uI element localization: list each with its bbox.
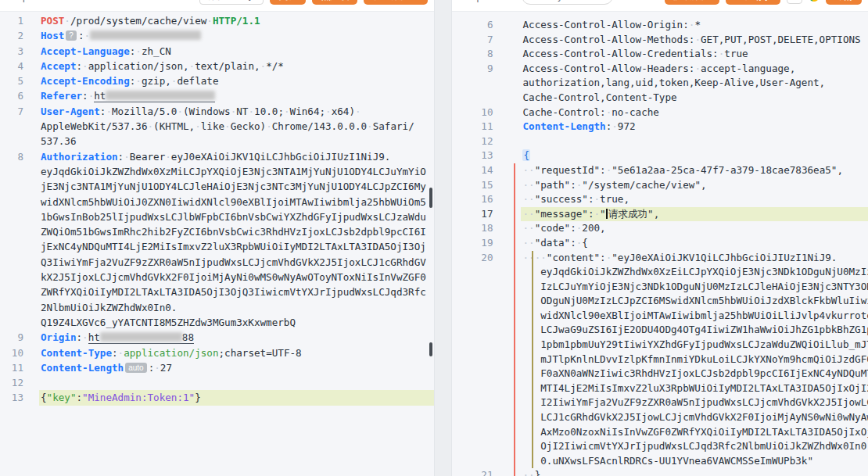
code-line[interactable]: 6Access-Control-Allow-Origin:·* bbox=[452, 18, 868, 33]
code-line[interactable]: 7User-Agent:·Mozilla/5.0·(Windows·NT·10.… bbox=[0, 104, 434, 119]
code-token: : bbox=[77, 60, 83, 72]
code-line[interactable]: 2Host?:· bbox=[0, 28, 434, 43]
code-line[interactable]: 12 bbox=[452, 134, 868, 149]
code-line[interactable]: 20····"content":·"eyJ0eXAiOiJKV1QiLCJhbG… bbox=[452, 251, 868, 266]
code-line[interactable]: 11Content-Lengthauto:·27 bbox=[0, 360, 434, 375]
code-line[interactable]: 18··"code":·200, bbox=[452, 221, 868, 236]
code-line[interactable]: 17··"message":·"请求成功", bbox=[452, 207, 868, 222]
code-line[interactable]: Q19Z4LXGVc6_yYATCNTI8M5ZHZdw3MGum3xKxwme… bbox=[0, 315, 434, 330]
code-line[interactable]: OjI2IiwicmVtYXJrIjpudWxsLCJqd3Rfc2NlbmUi… bbox=[452, 439, 868, 454]
code-token: "content": bbox=[547, 252, 606, 263]
code-line[interactable]: 15··"path":·"/system/cache/view", bbox=[452, 178, 868, 193]
code-line[interactable]: 0.uNXwsLFSAcnlRDRCs-UU1YVnea6VAWCMSSeImW… bbox=[452, 454, 868, 469]
refresh-icon[interactable]: ⟳ bbox=[787, 0, 802, 4]
prev-packet-icon[interactable]: ‹ bbox=[174, 0, 181, 2]
code-line[interactable]: ZWRfYXQiOiIyMDI2LTAxLTA3IDA5OjI3OjQ3Iiwi… bbox=[0, 285, 434, 299]
extract-data-button[interactable]: 提取数据 bbox=[665, 0, 719, 5]
line-content: ··"success":·true, bbox=[521, 192, 868, 207]
code-token: true bbox=[724, 48, 748, 59]
code-line[interactable]: 16··"success":·true, bbox=[452, 192, 868, 207]
code-line[interactable]: 4Accept:·application/json,·text/plain,·*… bbox=[0, 59, 434, 73]
space-dot: · bbox=[529, 469, 535, 476]
code-line[interactable]: widXNlcm5hbWUiOiJ0ZXN0IiwidXNlcl90eXBlIj… bbox=[0, 195, 434, 209]
code-line[interactable]: mJTlpKnlnLDvvIzlpKfmnInmiYDkuLoiLCJkYXNo… bbox=[452, 353, 868, 367]
code-line[interactable]: 5Accept-Encoding:·gzip,·deflate bbox=[0, 73, 434, 88]
code-line[interactable]: 3Accept-Language:·zh_CN bbox=[0, 44, 434, 59]
line-content: jE3Njc3NTA1MjYuNjU1ODY4LCJleHAiOjE3Njc3N… bbox=[39, 179, 434, 194]
code-line[interactable]: 12 bbox=[0, 375, 434, 390]
line-content: User-Agent:·Mozilla/5.0·(Windows·NT·10.0… bbox=[39, 104, 434, 119]
indent-guide-red bbox=[514, 207, 515, 222]
code-line[interactable]: 19··"data":·{ bbox=[452, 236, 868, 251]
code-line[interactable]: jExNC4yNDQuMTI4LjE2MiIsImxvZ2luX3RpbWUiO… bbox=[0, 239, 434, 254]
code-line[interactable]: 1bGwsInBob25lIjpudWxsLCJlbWFpbCI6bnVsbCw… bbox=[0, 209, 434, 224]
code-line[interactable]: ZWQiOm51bGwsImRhc2hib2FyZCI6bnVsbCwic3Rh… bbox=[0, 224, 434, 239]
code-line[interactable]: LCJ1cGRhdGVkX2J5IjowLCJjcmVhdGVkX2F0Ijoi… bbox=[452, 410, 868, 425]
scrollbar-marker[interactable] bbox=[429, 342, 432, 356]
packet-history-button[interactable]: 数据包记录 bbox=[199, 0, 264, 5]
code-line[interactable]: 8Access-Control-Allow-Credentials:·true bbox=[452, 47, 868, 62]
code-line[interactable]: MTI4LjE2MiIsImxvZ2luX3RpbWUiOiIyMDI2LTAx… bbox=[452, 381, 868, 396]
code-line[interactable]: 2NlbmUiOiJkZWZhdWx0In0. bbox=[0, 300, 434, 315]
code-line[interactable]: 8Authorization:·Bearer·eyJ0eXAiOiJKV1QiL… bbox=[0, 149, 434, 164]
code-line[interactable]: jE3Njc3NTA1MjYuNjU1ODY4LCJleHAiOjE3Njc3N… bbox=[0, 179, 434, 194]
space-dot: · bbox=[694, 63, 701, 74]
open-in-browser-icon[interactable] bbox=[809, 0, 820, 2]
code-line[interactable]: kX2J5IjoxLCJjcmVhdGVkX2F0IjoiMjAyNi0wMS0… bbox=[0, 270, 434, 285]
code-line[interactable]: 14··"requestId":·"5e61a2aa-25ca-47f7-a37… bbox=[452, 163, 868, 178]
code-line[interactable]: Q3IiwiYmFja2VuZF9zZXR0aW5nIjpudWxsLCJjcm… bbox=[0, 255, 434, 270]
code-line[interactable]: authorization,lang,uid,token,Keep-Alive,… bbox=[452, 76, 868, 91]
code-line[interactable]: 21··} bbox=[452, 468, 868, 476]
next-packet-icon[interactable]: › bbox=[187, 0, 193, 2]
code-line[interactable]: 13{"key":"MineAdmin:Token:1"} bbox=[0, 390, 434, 405]
indent-guide-olive bbox=[532, 439, 533, 454]
code-line[interactable]: 10Cache-Control:·no-cache bbox=[452, 106, 868, 120]
line-number bbox=[0, 179, 23, 194]
code-line[interactable]: F0aXN0aWNzIiwic3RhdHVzIjoxLCJsb2dpbl9pcC… bbox=[452, 367, 868, 381]
code-token: Origin bbox=[41, 331, 77, 343]
code-line[interactable]: LCJwaG9uZSI6IjE2ODU4ODg4OTg4IiwiZW1haWwi… bbox=[452, 323, 868, 338]
detail-button[interactable]: 详情 bbox=[826, 0, 862, 5]
hot-reload-button[interactable]: 热加载 bbox=[312, 0, 357, 5]
code-token: "/system/cache/view", bbox=[582, 179, 706, 191]
redacted-link[interactable]: ht bbox=[94, 90, 215, 102]
code-line[interactable]: 1POST·/prod/system/cache/view·HTTP/1.1 bbox=[0, 13, 434, 28]
send-packet-button[interactable]: 发送数据包 bbox=[364, 0, 428, 5]
code-line[interactable]: IzLCJuYmYiOjE3Njc3NDk1ODguNjU0MzIzLCJleH… bbox=[452, 280, 868, 295]
indent-guide-red bbox=[514, 468, 515, 476]
scrollbar-marker[interactable] bbox=[429, 188, 432, 208]
code-line[interactable]: ODguNjU0MzIzLCJpZCI6MSwidXNlcm5hbWUiOiJz… bbox=[452, 294, 868, 309]
code-line[interactable]: widXNlcl90eXBlIjoiMTAwIiwibmlja25hbWUiOi… bbox=[452, 309, 868, 324]
beautify-button[interactable]: 美化 bbox=[270, 0, 306, 5]
request-editor[interactable]: 1POST·/prod/system/cache/view·HTTP/1.12H… bbox=[0, 12, 434, 476]
code-token: Access-Control-Allow-Credentials: bbox=[522, 48, 718, 59]
panel-divider[interactable] bbox=[435, 0, 451, 476]
code-token: x64) bbox=[332, 106, 355, 117]
code-line[interactable]: 1pbm1pbmUuY29tIiwiYXZhdGFyIjpudWxsLCJzaW… bbox=[452, 338, 868, 353]
code-line[interactable]: 537.36 bbox=[0, 134, 434, 149]
code-token: application/json, bbox=[88, 60, 189, 72]
line-content: I2IiwiYmFja2VuZF9zZXR0aW5nIjpudWxsLCJjcm… bbox=[521, 395, 868, 410]
view-mode-toggle[interactable]: Prettify / Render bbox=[522, 0, 613, 5]
code-line[interactable]: eyJqdGkiOiJkZWZhdWx0XzEiLCJpYXQiOjE3Njc3… bbox=[452, 265, 868, 280]
indent-guide-olive bbox=[532, 454, 533, 469]
code-line[interactable]: AppleWebKit/537.36·(KHTML,·like·Gecko)·C… bbox=[0, 119, 434, 134]
code-line[interactable]: I2IiwiYmFja2VuZF9zZXR0aW5nIjpudWxsLCJjcm… bbox=[452, 395, 868, 410]
line-number: 9 bbox=[452, 62, 493, 77]
redacted-link[interactable]: ht88 bbox=[88, 331, 194, 344]
code-line[interactable]: 9Origin:·ht88 bbox=[0, 330, 434, 345]
space-dot: · bbox=[266, 120, 272, 132]
code-line[interactable]: 7Access-Control-Allow-Methods:·GET,PUT,P… bbox=[452, 33, 868, 48]
resend-request-button[interactable]: 重发请求 bbox=[726, 0, 780, 5]
code-line[interactable]: 10Content-Type:·application/json;charset… bbox=[0, 345, 434, 360]
code-line[interactable]: 6Referer:·ht bbox=[0, 88, 434, 103]
code-line[interactable]: 13{ bbox=[452, 149, 868, 163]
code-line[interactable]: 11Content-Length:·972 bbox=[452, 120, 868, 134]
code-line[interactable]: 9Access-Control-Allow-Headers:·accept-la… bbox=[452, 62, 868, 77]
code-line[interactable]: AxMzo0NzoxNiIsInVwZGF0ZWRfYXQiOiIyMDI2LT… bbox=[452, 425, 868, 440]
response-editor[interactable]: 6Access-Control-Allow-Origin:·*7Access-C… bbox=[452, 12, 868, 476]
code-line[interactable]: eyJqdGkiOiJkZWZhdWx0XzMiLCJpYXQiOjE3Njc3… bbox=[0, 164, 434, 179]
code-token: text/plain, bbox=[195, 60, 260, 72]
indent-guide-red bbox=[514, 178, 515, 193]
code-line[interactable]: Cache-Control,Content-Type bbox=[452, 91, 868, 106]
